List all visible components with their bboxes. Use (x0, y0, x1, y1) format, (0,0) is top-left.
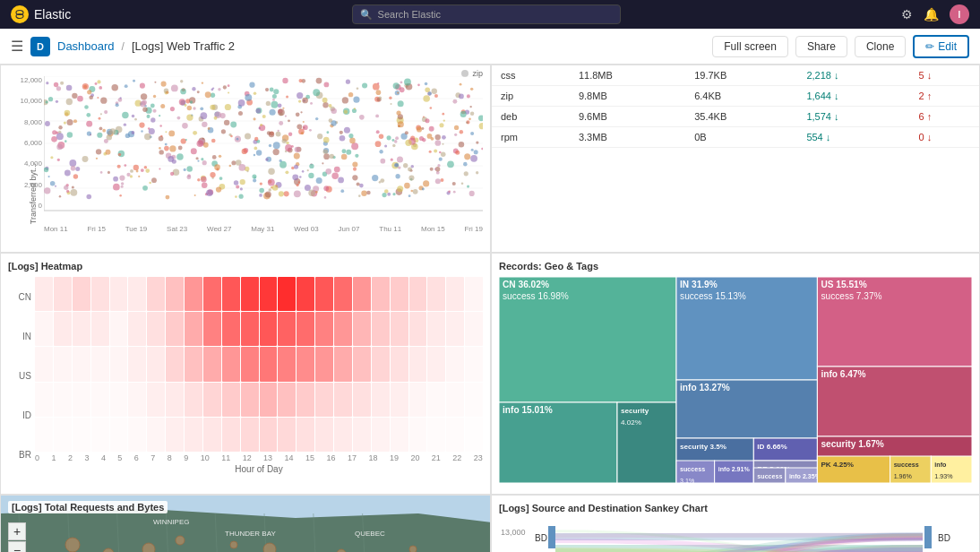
heatmap-cell (128, 277, 146, 311)
avatar[interactable]: I (950, 4, 969, 24)
heatmap-container: CNINUSIDBR 01234567891011121314151617181… (8, 277, 483, 474)
table-panel: css 11.8MB 19.7KB 2,218 ↓ 5 ↓ zip 9.8MB … (491, 65, 980, 253)
heatmap-x-label: 8 (168, 453, 172, 462)
help-icon[interactable]: ⚙ (901, 7, 913, 22)
breadcrumb-actions: Full screen Share Clone ✏ Edit (712, 35, 969, 58)
table-cell-delta: 0 ↓ (910, 127, 979, 148)
heatmap-cell (241, 312, 259, 346)
table-cell-val2: 6.4KB (685, 86, 797, 107)
heatmap-y-label: US (8, 371, 31, 381)
heatmap-cell (110, 347, 128, 381)
svg-text:success 7.37%: success 7.37% (821, 291, 881, 301)
heatmap-cell (297, 347, 314, 381)
heatmap-cell (409, 418, 427, 452)
heatmap-cell (222, 277, 240, 311)
app-title: Elastic (34, 7, 71, 22)
table-cell-type: zip (492, 86, 570, 107)
heatmap-cell (297, 383, 314, 417)
heatmap-x-label: 1 (51, 453, 56, 462)
heatmap-cell (147, 277, 165, 311)
heatmap-x-label: 7 (150, 453, 155, 462)
search-icon: 🔍 (360, 9, 373, 21)
heatmap-y-label: BR (8, 450, 31, 460)
heatmap-cell (241, 277, 259, 311)
heatmap-grid (35, 277, 483, 452)
heatmap-x-label: 20 (410, 453, 419, 462)
heatmap-cell (334, 347, 352, 381)
breadcrumb-current-page: [Logs] Web Traffic 2 (132, 39, 235, 53)
svg-text:success 16.98%: success 16.98% (503, 291, 569, 301)
heatmap-cell (465, 347, 483, 381)
table-cell-type: deb (492, 107, 570, 127)
heatmap-cell (278, 347, 296, 381)
heatmap-cell (241, 418, 259, 452)
svg-text:success: success (680, 466, 705, 472)
heatmap-cell (278, 418, 296, 452)
share-button[interactable]: Share (795, 36, 847, 57)
breadcrumb-dashboard-link[interactable]: Dashboard (57, 39, 115, 53)
svg-text:info 15.01%: info 15.01% (503, 405, 553, 415)
heatmap-cell (278, 383, 296, 417)
heatmap-cell (185, 312, 202, 346)
heatmap-cell (110, 312, 128, 346)
heatmap-cell (54, 418, 72, 452)
heatmap-cell (260, 312, 278, 346)
table-row: rpm 3.3MB 0B 554 ↓ 0 ↓ (492, 127, 979, 148)
treemap-svg: CN 36.02%success 16.98%info 15.01%securi… (499, 277, 972, 483)
table-cell-count: 1,574 ↓ (797, 107, 909, 127)
table-cell-count: 2,218 ↓ (797, 65, 909, 86)
navbar: Elastic 🔍 Search Elastic ⚙ 🔔 I (0, 0, 980, 29)
heatmap-y-label: CN (8, 292, 31, 302)
table-cell-val1: 9.8MB (570, 86, 685, 107)
heatmap-cell (241, 383, 259, 417)
heatmap-cell (353, 312, 371, 346)
y-axis-labels: 12,000 10,000 8,000 6,000 4,000 2,000 0 (10, 76, 42, 210)
heatmap-cell (128, 418, 146, 452)
svg-text:success: success (894, 461, 919, 468)
treemap-panel: Records: Geo & Tags CN 36.02%success 16.… (491, 253, 980, 495)
heatmap-cell (260, 277, 278, 311)
heatmap-cell (427, 347, 445, 381)
zoom-out-button[interactable]: − (8, 541, 26, 552)
clone-button[interactable]: Clone (855, 36, 906, 57)
table-row: css 11.8MB 19.7KB 2,218 ↓ 5 ↓ (492, 65, 979, 86)
svg-text:1.93%: 1.93% (934, 473, 953, 479)
svg-text:security 3.5%: security 3.5% (680, 443, 726, 451)
heatmap-cell (465, 383, 483, 417)
heatmap-x-label: 2 (68, 453, 73, 462)
heatmap-cell (147, 383, 165, 417)
heatmap-cell (54, 347, 72, 381)
svg-rect-31 (817, 277, 972, 367)
heatmap-cell (91, 312, 109, 346)
treemap-title: Records: Geo & Tags (499, 261, 972, 272)
heatmap-cell (54, 383, 72, 417)
svg-text:1.96%: 1.96% (894, 473, 913, 479)
heatmap-cell (166, 383, 184, 417)
zoom-in-button[interactable]: + (8, 522, 26, 540)
heatmap-cell (203, 418, 221, 452)
search-bar[interactable]: 🔍 Search Elastic (352, 4, 621, 24)
table-cell-val1: 3.3MB (570, 127, 685, 148)
heatmap-cell (353, 277, 371, 311)
heatmap-cell (409, 277, 427, 311)
heatmap-x-label: 19 (390, 453, 399, 462)
heatmap-y-label: ID (8, 410, 31, 420)
heatmap-cell (372, 277, 390, 311)
table-cell-delta: 6 ↑ (910, 107, 979, 127)
hamburger-menu[interactable]: ☰ (11, 38, 23, 55)
table-row: zip 9.8MB 6.4KB 1,644 ↓ 2 ↑ (492, 86, 979, 107)
table-cell-type: css (492, 65, 570, 86)
heatmap-cell (203, 347, 221, 381)
fullscreen-button[interactable]: Full screen (712, 36, 788, 57)
map-title: [Logs] Total Requests and Bytes (8, 501, 168, 513)
treemap-container: CN 36.02%success 16.98%info 15.01%securi… (499, 277, 972, 483)
heatmap-cell (128, 312, 146, 346)
bell-icon[interactable]: 🔔 (924, 7, 939, 22)
edit-button[interactable]: ✏ Edit (913, 35, 969, 58)
heatmap-cell (446, 418, 464, 452)
breadcrumb-separator: / (122, 40, 125, 53)
heatmap-y-labels: CNINUSIDBR (8, 277, 35, 474)
svg-text:success 15.13%: success 15.13% (680, 291, 746, 301)
pencil-icon: ✏ (925, 40, 934, 53)
heatmap-cell (315, 312, 333, 346)
